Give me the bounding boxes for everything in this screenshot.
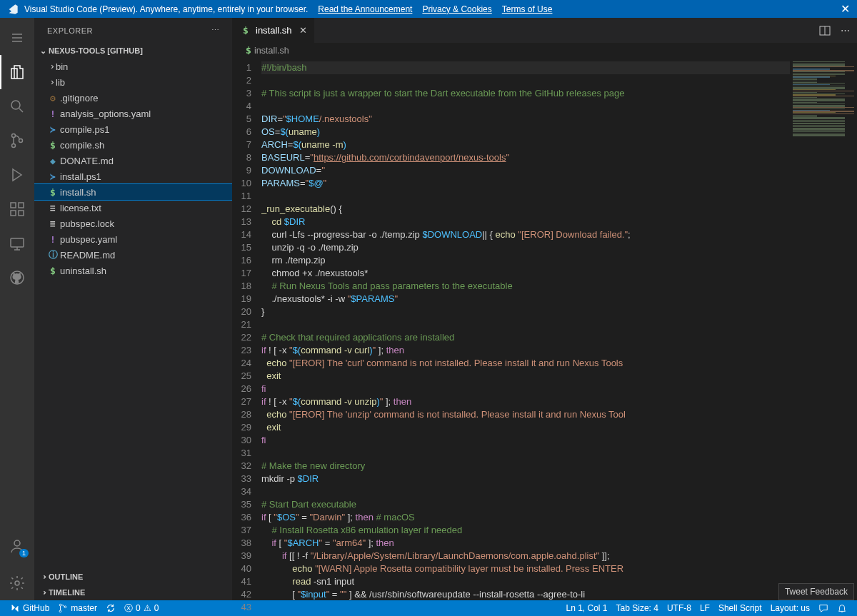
vscode-logo-icon	[7, 4, 19, 15]
svg-point-10	[14, 540, 20, 546]
file-label: .gitignore	[60, 93, 98, 103]
shell-file-icon: $	[240, 25, 251, 36]
banner-close-icon[interactable]: ✕	[841, 2, 850, 16]
folder-label: lib	[56, 77, 65, 88]
chevron-right-icon: ⌄	[39, 587, 48, 598]
status-feedback-icon[interactable]	[814, 600, 833, 616]
svg-rect-4	[11, 203, 16, 208]
shell-file-icon: $	[243, 45, 254, 56]
status-language[interactable]: Shell Script	[714, 600, 766, 616]
remote-icon	[10, 603, 20, 613]
file-label: README.md	[60, 250, 115, 261]
outline-section-header[interactable]: ⌄ OUTLINE	[34, 569, 232, 585]
file-DONATE.md[interactable]: ◆DONATE.md	[34, 153, 232, 168]
tab-close-icon[interactable]: ✕	[299, 25, 307, 36]
status-sync[interactable]	[101, 600, 120, 616]
file-label: analysis_options.yaml	[60, 108, 151, 119]
status-tab-size[interactable]: Tab Size: 4	[612, 600, 663, 616]
file-pubspec.yaml[interactable]: !pubspec.yaml	[34, 231, 232, 247]
file-label: install.ps1	[60, 171, 101, 182]
vscode-banner: Visual Studio Code (Preview). Anywhere, …	[0, 0, 857, 18]
status-error-count: 0	[136, 603, 141, 613]
editor: $ install.sh ✕ ⋯ $ install.sh 1234567891…	[233, 18, 857, 600]
svg-point-2	[12, 144, 16, 148]
file-icon: !	[46, 234, 60, 245]
banner-announcement-link[interactable]: Read the Announcement	[318, 4, 412, 14]
split-editor-icon[interactable]	[819, 25, 831, 36]
folder-bin[interactable]: ⌄bin	[34, 59, 232, 74]
file-label: install.sh	[60, 187, 96, 198]
svg-point-1	[12, 134, 16, 138]
folder-label: bin	[56, 61, 68, 72]
banner-terms-link[interactable]: Terms of Use	[502, 4, 553, 14]
file-icon: ⚙	[46, 93, 60, 103]
file-README.md[interactable]: ⓘREADME.md	[34, 247, 232, 263]
editor-tabs: $ install.sh ✕ ⋯	[233, 18, 857, 43]
repo-section-header[interactable]: ⌄ NEXUS-TOOLS [GITHUB]	[34, 43, 232, 59]
banner-privacy-link[interactable]: Privacy & Cookies	[422, 4, 491, 14]
folder-lib[interactable]: ⌄lib	[34, 74, 232, 90]
chevron-right-icon: ⌄	[45, 76, 56, 88]
tab-actions: ⋯	[819, 18, 857, 43]
statusbar: GitHub master ⓧ0 ⚠0 Ln 1, Col 1 Tab Size…	[0, 600, 857, 616]
status-problems[interactable]: ⓧ0 ⚠0	[120, 600, 163, 616]
file-compile.sh[interactable]: $compile.sh	[34, 137, 232, 153]
status-eol[interactable]: LF	[696, 600, 714, 616]
explorer-icon[interactable]	[0, 55, 34, 89]
tab-install-sh[interactable]: $ install.sh ✕	[233, 18, 315, 43]
sidebar-title: EXPLORER ⋯	[34, 18, 232, 43]
status-branch[interactable]: master	[54, 600, 101, 616]
status-encoding[interactable]: UTF-8	[663, 600, 696, 616]
extensions-icon[interactable]	[0, 192, 34, 226]
breadcrumb-file: install.sh	[254, 46, 289, 56]
svg-point-0	[11, 101, 20, 109]
file-icon: $	[46, 140, 60, 151]
chevron-right-icon: ⌄	[39, 571, 48, 582]
remote-explorer-icon[interactable]	[0, 226, 34, 261]
file-pubspec.lock[interactable]: ≡pubspec.lock	[34, 216, 232, 231]
file-uninstall.sh[interactable]: $uninstall.sh	[34, 263, 232, 278]
code-area[interactable]: #!/bin/bash # This script is just a wrap…	[261, 59, 790, 600]
sidebar-more-icon[interactable]: ⋯	[211, 26, 220, 35]
breadcrumb[interactable]: $ install.sh	[233, 43, 857, 59]
status-remote-github[interactable]: GitHub	[6, 600, 54, 616]
svg-rect-8	[11, 238, 24, 247]
svg-point-11	[15, 581, 19, 585]
file-icon: ≻	[46, 171, 60, 182]
file-tree: ⌄bin⌄lib⚙.gitignore!analysis_options.yam…	[34, 59, 232, 569]
status-cursor-position[interactable]: Ln 1, Col 1	[561, 600, 611, 616]
file-install.sh[interactable]: $install.sh	[34, 184, 232, 200]
file-install.ps1[interactable]: ≻install.ps1	[34, 168, 232, 184]
status-notifications-icon[interactable]	[833, 600, 851, 616]
timeline-section-header[interactable]: ⌄ TIMELINE	[34, 585, 232, 600]
status-github-label: GitHub	[23, 603, 49, 613]
outline-label: OUTLINE	[49, 572, 83, 581]
tweet-feedback-button[interactable]: Tweet Feedback	[778, 583, 854, 600]
chevron-right-icon: ⌄	[45, 61, 56, 72]
repo-name: NEXUS-TOOLS [GITHUB]	[49, 46, 143, 55]
github-icon[interactable]	[0, 261, 34, 295]
file-icon: $	[46, 266, 60, 276]
sidebar-title-label: EXPLORER	[47, 26, 93, 35]
settings-gear-icon[interactable]	[0, 566, 34, 600]
file-license.txt[interactable]: ≡license.txt	[34, 200, 232, 216]
svg-point-14	[60, 610, 62, 612]
file-icon: ◆	[46, 156, 60, 166]
file-compile.ps1[interactable]: ≻compile.ps1	[34, 121, 232, 137]
minimap[interactable]	[790, 59, 857, 600]
search-icon[interactable]	[0, 89, 34, 123]
file-.gitignore[interactable]: ⚙.gitignore	[34, 90, 232, 106]
more-actions-icon[interactable]: ⋯	[841, 25, 850, 36]
source-control-icon[interactable]	[0, 123, 34, 158]
svg-point-3	[19, 139, 23, 143]
menu-icon[interactable]	[0, 21, 34, 55]
accounts-icon[interactable]: 1	[0, 529, 34, 563]
file-label: uninstall.sh	[60, 266, 106, 276]
line-gutter[interactable]: 1234567891011121314151617181920212223242…	[233, 59, 261, 600]
timeline-label: TIMELINE	[49, 588, 85, 597]
file-label: pubspec.lock	[60, 218, 114, 229]
status-layout[interactable]: Layout: us	[766, 600, 814, 616]
file-analysis_options.yaml[interactable]: !analysis_options.yaml	[34, 106, 232, 121]
run-debug-icon[interactable]	[0, 158, 34, 192]
accounts-badge: 1	[19, 549, 29, 557]
